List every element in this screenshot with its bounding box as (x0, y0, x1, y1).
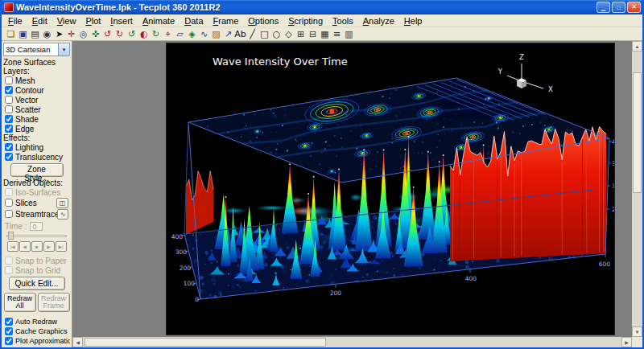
slices-checkbox[interactable] (5, 199, 13, 207)
menu-item[interactable]: Data (180, 16, 208, 26)
menu-item[interactable]: Frame (208, 16, 244, 26)
snap-row[interactable]: Snap to Paper (3, 256, 70, 265)
menu-item[interactable]: View (52, 16, 81, 26)
redraw-frame-button[interactable]: Redraw Frame (38, 293, 70, 312)
line-tool-icon[interactable]: ╱ (246, 28, 258, 40)
rotate-z-icon[interactable]: ↺ (126, 28, 138, 40)
auto-redraw-checkbox[interactable] (5, 318, 13, 326)
quick-edit-button[interactable]: Quick Edit... (9, 277, 65, 290)
rectangle-tool-icon[interactable]: □ (258, 28, 270, 40)
3d-plot-view[interactable]: 0 100 200 300 400 200 400 600 400 350 30… (167, 43, 614, 335)
scroll-right-icon[interactable]: ▶ (621, 337, 632, 347)
menu-item[interactable]: Scripting (283, 16, 328, 26)
menu-item[interactable]: Edit (27, 16, 52, 26)
zone-style-button[interactable]: Zone Style... (10, 163, 64, 177)
circle-tool-icon[interactable]: ○ (270, 28, 283, 40)
snap-checkbox[interactable] (5, 266, 13, 274)
mesh-checkbox[interactable] (5, 76, 13, 84)
jump-start-button[interactable]: |◀ (7, 241, 19, 252)
rotate-y-icon[interactable]: ↻ (114, 28, 126, 40)
menu-item[interactable]: Options (243, 16, 283, 26)
open-layout-icon[interactable]: ❏ (5, 28, 17, 40)
streamtraces-toggle[interactable]: Streamtraces (3, 209, 57, 219)
streamtraces-checkbox[interactable] (5, 210, 13, 218)
effect-row[interactable]: Translucency (3, 152, 70, 162)
plot-type-select[interactable]: 3D Cartesian ▼ (3, 43, 70, 56)
snap-row[interactable]: Snap to Grid (3, 265, 70, 275)
option-row[interactable]: Plot Approximations (3, 336, 70, 346)
text-tool-icon[interactable]: Ab (234, 28, 246, 40)
layer-row[interactable]: Scatter (3, 105, 70, 114)
menu-item[interactable]: Insert (105, 16, 138, 26)
slices-placement-button[interactable]: ◫ (56, 198, 68, 208)
jump-end-button[interactable]: ▶| (56, 241, 67, 252)
menu-item[interactable]: Analyze (358, 16, 399, 26)
shade-checkbox[interactable] (5, 115, 13, 123)
minimize-button[interactable]: ▁ (597, 2, 610, 13)
option-row[interactable]: Cache Graphics (3, 326, 70, 336)
layer-row[interactable]: Contour (3, 85, 70, 95)
probe-icon[interactable]: ⌖ (162, 28, 174, 40)
iso-surface-tool-icon[interactable]: ◈ (186, 28, 198, 40)
print-icon[interactable]: ▤ (29, 28, 41, 40)
horizontal-scrollbar[interactable]: ◀ ▶ (72, 337, 632, 347)
translate-icon[interactable]: ✜ (89, 28, 101, 40)
ellipse-tool-icon[interactable]: ◇ (283, 28, 295, 40)
contour-tool-icon[interactable]: ▨ (210, 28, 222, 40)
vector-checkbox[interactable] (5, 96, 13, 104)
cache-graphics-checkbox[interactable] (5, 327, 13, 335)
lighting-checkbox[interactable] (5, 143, 13, 151)
vector-tool-icon[interactable]: ↗ (222, 28, 234, 40)
iso-surfaces-checkbox[interactable] (5, 188, 13, 196)
slices-toggle[interactable]: Slices (3, 198, 37, 207)
streamtrace-tool-icon[interactable]: ∿ (198, 28, 210, 40)
vertical-scroll-thumb[interactable] (633, 72, 642, 193)
vertical-scrollbar[interactable]: ▲ ▼ (632, 41, 642, 337)
layer-row[interactable]: Shade (3, 114, 70, 124)
save-icon[interactable]: ▣ (17, 28, 29, 40)
adjustor-icon[interactable]: ✛ (65, 28, 77, 40)
grid-icon[interactable]: ▦ (319, 28, 331, 40)
iso-surfaces-row[interactable]: Iso-Surfaces (3, 187, 70, 197)
plot-approximations-checkbox[interactable] (5, 337, 13, 345)
add-frame-icon[interactable]: ⊞ (295, 28, 307, 40)
twist-icon[interactable]: ↻ (150, 28, 162, 40)
rotate-x-icon[interactable]: ↺ (101, 28, 114, 40)
step-forward-button[interactable]: ▶ (43, 241, 55, 252)
layer-row[interactable]: Edge (3, 124, 70, 133)
close-button[interactable]: ✕ (627, 2, 641, 13)
redraw-all-button[interactable]: Redraw All (4, 293, 36, 312)
zoom-icon[interactable]: ◎ (77, 28, 89, 40)
menu-item[interactable]: Animate (138, 16, 180, 26)
snapshot-icon[interactable]: ◉ (41, 28, 53, 40)
edge-checkbox[interactable] (5, 125, 13, 133)
step-back-button[interactable]: ◀ (19, 241, 31, 252)
scroll-up-icon[interactable]: ▲ (632, 41, 642, 51)
stop-button[interactable]: ■ (31, 241, 43, 252)
time-slider[interactable] (6, 232, 67, 240)
scroll-down-icon[interactable]: ▼ (632, 326, 642, 337)
menu-item[interactable]: Help (399, 16, 427, 26)
selector-arrow-icon[interactable]: ➤ (53, 28, 65, 40)
slider-thumb[interactable] (8, 232, 14, 240)
contour-checkbox[interactable] (5, 86, 13, 94)
paper-grid-icon[interactable]: ▥ (343, 28, 355, 40)
layer-row[interactable]: Mesh (3, 76, 70, 85)
horizontal-scroll-thumb[interactable] (85, 338, 326, 347)
translucency-checkbox[interactable] (5, 153, 13, 161)
slice-tool-icon[interactable]: ▱ (174, 28, 186, 40)
streamtraces-placement-button[interactable]: ∿ (57, 209, 68, 220)
snap-checkbox[interactable] (5, 257, 13, 265)
ruler-icon[interactable]: ≡ (331, 28, 343, 40)
frame-order-icon[interactable]: ⊟ (307, 28, 319, 40)
layer-row[interactable]: Vector (3, 95, 70, 105)
menu-item[interactable]: File (3, 16, 27, 26)
menu-item[interactable]: Tools (328, 16, 358, 26)
option-row[interactable]: Auto Redraw (3, 317, 70, 326)
rotate-sphere-icon[interactable]: ◐ (138, 28, 150, 40)
chevron-down-icon[interactable]: ▼ (58, 43, 69, 55)
scroll-left-icon[interactable]: ◀ (72, 337, 83, 347)
menu-item[interactable]: Plot (80, 16, 105, 26)
effect-row[interactable]: Lighting (3, 142, 70, 152)
maximize-button[interactable]: □ (612, 2, 625, 13)
